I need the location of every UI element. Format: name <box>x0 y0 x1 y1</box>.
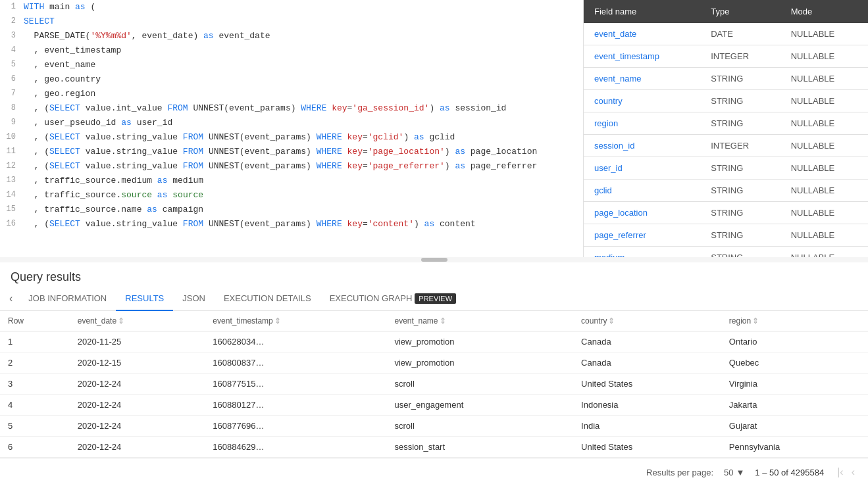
region: Quebec <box>721 352 868 374</box>
tab-json[interactable]: JSON <box>173 287 215 311</box>
col-header-event-timestamp: event_timestamp⇕ <box>205 311 386 331</box>
field-name[interactable]: gclid <box>584 180 700 202</box>
field-name[interactable]: event_date <box>584 23 700 45</box>
field-mode: NULLABLE <box>780 180 868 202</box>
region: Virginia <box>721 374 868 395</box>
query-results-title: Query results <box>0 262 868 284</box>
schema-panel: Field name Type Mode event_date DATE NUL… <box>584 0 868 257</box>
event-name: user_engagement <box>386 395 573 416</box>
field-name-link[interactable]: region <box>594 118 618 128</box>
col-header-country: country⇕ <box>573 311 721 331</box>
country: Canada <box>573 352 721 374</box>
field-name[interactable]: session_id <box>584 135 700 157</box>
results-table-wrapper[interactable]: Rowevent_date⇕event_timestamp⇕event_name… <box>0 311 868 458</box>
tab-scroll-left[interactable]: ‹ <box>3 287 19 310</box>
field-name[interactable]: region <box>584 112 700 135</box>
code-line: 14 , traffic_source.source as source <box>0 188 583 203</box>
schema-row: event_date DATE NULLABLE <box>584 23 868 45</box>
line-number: 2 <box>0 15 24 26</box>
line-number: 14 <box>0 189 24 199</box>
country: India <box>573 416 721 437</box>
code-line: 15 , traffic_source.name as campaign <box>0 203 583 217</box>
field-name[interactable]: country <box>584 90 700 112</box>
field-name-link[interactable]: event_timestamp <box>594 51 659 61</box>
schema-col-type: Type <box>700 0 780 23</box>
event-date: 2020-12-24 <box>70 395 205 416</box>
line-number: 8 <box>0 102 24 112</box>
field-type: STRING <box>700 157 780 180</box>
event-name: scroll <box>386 374 573 395</box>
schema-col-field: Field name <box>584 0 700 23</box>
pagination-range: 1 – 50 of 4295584 <box>755 468 824 477</box>
table-row: 42020-12-24160880127…user_engagementIndo… <box>0 395 868 416</box>
line-content: , event_timestamp <box>24 44 121 55</box>
field-name[interactable]: user_id <box>584 157 700 180</box>
field-name-link[interactable]: user_id <box>594 163 623 173</box>
field-name-link[interactable]: page_referrer <box>594 230 646 240</box>
field-name[interactable]: page_referrer <box>584 224 700 247</box>
field-type: STRING <box>700 224 780 247</box>
field-mode: NULLABLE <box>780 45 868 68</box>
pagination-first-btn[interactable]: |‹ <box>834 464 846 481</box>
field-name-link[interactable]: country <box>594 96 623 106</box>
per-page-select[interactable]: 50 ▼ <box>724 468 744 477</box>
field-name-link[interactable]: medium <box>594 253 625 257</box>
schema-col-mode: Mode <box>780 0 868 23</box>
schema-row: event_timestamp INTEGER NULLABLE <box>584 45 868 68</box>
event-date: 2020-12-15 <box>70 352 205 374</box>
field-mode: NULLABLE <box>780 224 868 247</box>
field-name[interactable]: event_name <box>584 68 700 90</box>
field-mode: NULLABLE <box>780 112 868 135</box>
field-name[interactable]: medium <box>584 247 700 258</box>
field-name[interactable]: page_location <box>584 202 700 224</box>
field-type: DATE <box>700 23 780 45</box>
event-date: 2020-12-24 <box>70 374 205 395</box>
field-name[interactable]: event_timestamp <box>584 45 700 68</box>
pagination-prev-btn[interactable]: ‹ <box>849 464 857 481</box>
table-row: 62020-12-24160884629…session_startUnited… <box>0 437 868 458</box>
schema-row: session_id INTEGER NULLABLE <box>584 135 868 157</box>
code-line: 5 , event_name <box>0 58 583 72</box>
field-name-link[interactable]: event_name <box>594 74 642 84</box>
line-content: , (SELECT value.string_value FROM UNNEST… <box>24 160 537 171</box>
tab-job_info[interactable]: JOB INFORMATION <box>19 287 116 311</box>
table-row: 32020-12-24160877515…scrollUnited States… <box>0 374 868 395</box>
region: Ontario <box>721 331 868 352</box>
code-line: 16 , (SELECT value.string_value FROM UNN… <box>0 217 583 231</box>
country: United States <box>573 374 721 395</box>
tab-exec_details[interactable]: EXECUTION DETAILS <box>215 287 320 311</box>
per-page-dropdown-icon: ▼ <box>736 468 744 477</box>
code-line: 3 PARSE_DATE('%Y%m%d', event_date) as ev… <box>0 29 583 43</box>
results-per-page-label: Results per page: <box>646 468 713 477</box>
line-number: 3 <box>0 30 24 40</box>
field-type: STRING <box>700 247 780 258</box>
line-content: , traffic_source.source as source <box>24 189 203 200</box>
table-row: 12020-11-25160628034…view_promotionCanad… <box>0 331 868 352</box>
line-content: WITH main as ( <box>24 1 95 12</box>
line-content: SELECT <box>24 15 55 26</box>
code-editor[interactable]: 1WITH main as (2SELECT3 PARSE_DATE('%Y%m… <box>0 0 584 257</box>
field-name-link[interactable]: session_id <box>594 141 634 151</box>
event-timestamp: 160628034… <box>205 331 386 352</box>
tab-exec_graph[interactable]: EXECUTION GRAPHPREVIEW <box>320 287 465 311</box>
row-number: 3 <box>0 374 70 395</box>
region: Jakarta <box>721 395 868 416</box>
line-number: 11 <box>0 145 24 156</box>
field-mode: NULLABLE <box>780 247 868 258</box>
query-results-section: Query results ‹ JOB INFORMATIONRESULTSJS… <box>0 262 868 486</box>
field-name-link[interactable]: event_date <box>594 29 636 39</box>
code-line: 8 , (SELECT value.int_value FROM UNNEST(… <box>0 101 583 116</box>
field-name-link[interactable]: gclid <box>594 185 612 195</box>
tabs-bar: ‹ JOB INFORMATIONRESULTSJSONEXECUTION DE… <box>0 287 868 311</box>
line-content: PARSE_DATE('%Y%m%d', event_date) as even… <box>24 30 270 41</box>
field-name-link[interactable]: page_location <box>594 208 648 218</box>
per-page-value: 50 <box>724 468 733 477</box>
field-type: STRING <box>700 180 780 202</box>
col-header-event-name: event_name⇕ <box>386 311 573 331</box>
tab-results[interactable]: RESULTS <box>116 287 173 311</box>
event-date: 2020-12-24 <box>70 437 205 458</box>
field-type: INTEGER <box>700 135 780 157</box>
schema-row: user_id STRING NULLABLE <box>584 157 868 180</box>
schema-row: medium STRING NULLABLE <box>584 247 868 258</box>
editor-scrollbar[interactable] <box>0 257 868 262</box>
